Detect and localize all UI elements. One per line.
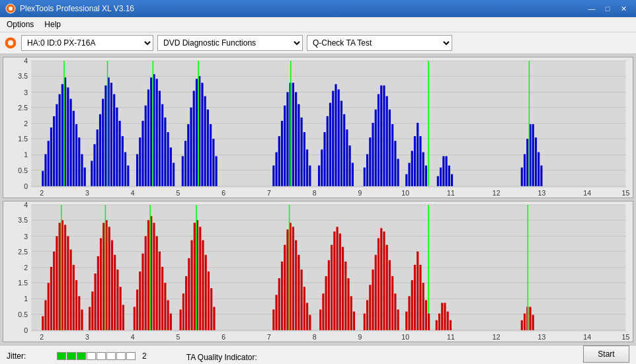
- svg-rect-67: [167, 132, 169, 186]
- svg-rect-212: [122, 305, 124, 330]
- svg-rect-211: [120, 287, 122, 330]
- svg-rect-214: [134, 307, 136, 330]
- svg-rect-248: [286, 229, 288, 330]
- svg-rect-139: [448, 166, 450, 186]
- svg-rect-87: [278, 136, 280, 186]
- svg-text:14: 14: [583, 334, 591, 341]
- svg-text:3.5: 3.5: [18, 217, 28, 225]
- window-controls: — □ ✕: [584, 3, 631, 15]
- svg-rect-190: [59, 223, 61, 330]
- svg-rect-110: [346, 129, 348, 186]
- svg-text:14: 14: [583, 190, 591, 197]
- svg-text:2: 2: [40, 334, 44, 341]
- svg-rect-194: [69, 250, 71, 330]
- svg-rect-34: [69, 99, 71, 186]
- svg-rect-202: [95, 273, 97, 330]
- window-title: PlexTools Professional XL V3.16: [20, 4, 134, 13]
- svg-rect-293: [428, 314, 430, 330]
- jitter-value: 2: [142, 351, 147, 361]
- svg-rect-275: [375, 255, 377, 330]
- svg-rect-247: [284, 245, 286, 330]
- svg-rect-79: [204, 96, 206, 186]
- svg-rect-116: [372, 123, 374, 186]
- svg-text:0: 0: [24, 327, 28, 334]
- svg-rect-298: [447, 312, 449, 330]
- svg-text:11: 11: [447, 334, 455, 341]
- svg-rect-252: [298, 255, 299, 330]
- device-icon: [4, 36, 17, 50]
- svg-rect-31: [61, 84, 63, 186]
- title-bar: PlexTools Professional XL V3.16 — □ ✕: [0, 0, 636, 17]
- svg-rect-86: [275, 152, 277, 186]
- svg-rect-288: [414, 265, 416, 330]
- svg-rect-237: [202, 240, 204, 330]
- svg-rect-96: [303, 132, 305, 186]
- svg-rect-48: [110, 83, 112, 186]
- test-selector[interactable]: Q-Check TA Test: [307, 35, 452, 51]
- svg-text:10: 10: [401, 334, 409, 341]
- jitter-seg-6: [106, 352, 116, 360]
- svg-rect-50: [116, 108, 118, 186]
- svg-text:15: 15: [622, 334, 630, 341]
- svg-rect-197: [78, 296, 80, 330]
- menu-help[interactable]: Help: [40, 18, 65, 30]
- svg-text:12: 12: [493, 334, 500, 341]
- svg-rect-44: [99, 114, 101, 186]
- svg-rect-200: [89, 307, 91, 330]
- svg-rect-107: [338, 89, 340, 186]
- svg-rect-115: [369, 137, 371, 186]
- svg-text:3: 3: [24, 89, 28, 96]
- svg-text:10: 10: [401, 190, 409, 197]
- jitter-seg-7: [116, 352, 126, 360]
- device-selector[interactable]: HA:0 ID:0 PX-716A: [21, 35, 153, 51]
- svg-rect-291: [422, 283, 424, 330]
- svg-rect-41: [91, 161, 93, 186]
- svg-rect-100: [318, 166, 320, 186]
- svg-text:4: 4: [131, 190, 135, 197]
- svg-rect-29: [56, 104, 58, 186]
- svg-rect-209: [114, 255, 116, 330]
- toolbar: HA:0 ID:0 PX-716A DVD Diagnostic Functio…: [0, 32, 636, 54]
- svg-rect-113: [364, 168, 366, 186]
- start-button[interactable]: Start: [583, 346, 629, 363]
- minimize-button[interactable]: —: [584, 3, 599, 15]
- svg-text:1.5: 1.5: [18, 135, 28, 143]
- svg-rect-276: [378, 238, 379, 330]
- svg-rect-196: [75, 280, 77, 330]
- svg-text:11: 11: [447, 190, 455, 197]
- menu-options[interactable]: Options: [3, 18, 38, 30]
- svg-rect-273: [369, 285, 371, 330]
- svg-rect-185: [44, 300, 46, 330]
- svg-rect-94: [298, 104, 299, 186]
- svg-rect-26: [48, 141, 50, 186]
- svg-rect-287: [411, 280, 413, 330]
- svg-rect-301: [524, 314, 526, 330]
- svg-rect-142: [524, 154, 526, 186]
- svg-rect-37: [78, 137, 80, 186]
- svg-rect-75: [193, 91, 195, 186]
- svg-rect-141: [521, 168, 523, 186]
- jitter-seg-5: [97, 352, 106, 360]
- svg-rect-195: [73, 265, 75, 330]
- svg-rect-43: [97, 129, 99, 186]
- svg-rect-278: [383, 231, 385, 330]
- svg-rect-78: [201, 83, 203, 186]
- svg-rect-143: [526, 139, 528, 186]
- svg-rect-255: [306, 303, 308, 330]
- svg-text:8: 8: [313, 190, 317, 197]
- start-button-area: Start i: [583, 346, 629, 364]
- svg-text:4: 4: [131, 334, 135, 341]
- maximize-button[interactable]: □: [600, 3, 615, 15]
- svg-rect-229: [180, 310, 182, 330]
- svg-rect-192: [64, 225, 66, 330]
- svg-rect-45: [102, 99, 104, 186]
- close-button[interactable]: ✕: [616, 3, 631, 15]
- svg-rect-243: [272, 310, 274, 330]
- svg-rect-274: [372, 270, 374, 330]
- svg-rect-189: [56, 236, 58, 330]
- chart-area: 4 3.5 3 2.5 2 1.5 1 0.5 0: [0, 54, 636, 345]
- svg-rect-98: [309, 166, 311, 186]
- function-selector[interactable]: DVD Diagnostic Functions: [157, 35, 303, 51]
- svg-text:7: 7: [267, 334, 271, 341]
- svg-rect-283: [397, 310, 399, 330]
